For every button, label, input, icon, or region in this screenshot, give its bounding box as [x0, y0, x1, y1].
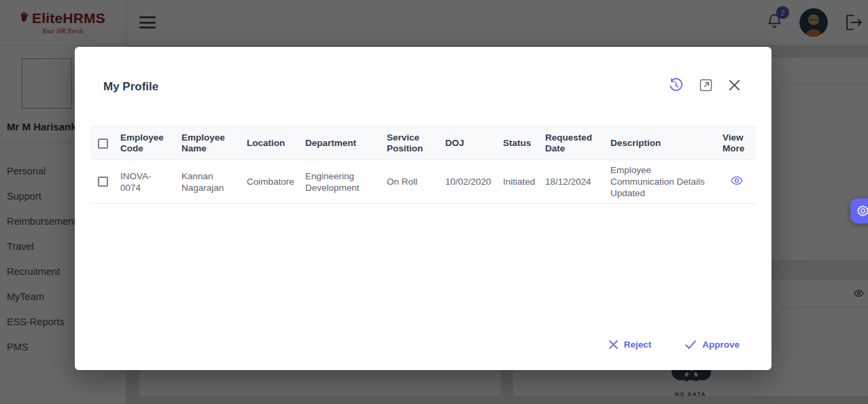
col-status: Status: [498, 127, 540, 160]
cell-description: Employee Communication Details Updated: [605, 160, 717, 204]
hrms-app: EliteHRMS Your HR Needs 2: [0, 0, 868, 404]
eye-icon[interactable]: [731, 176, 743, 185]
col-service-position: Service Position: [381, 127, 440, 160]
close-icon[interactable]: [729, 79, 740, 91]
approve-label: Approve: [702, 339, 740, 350]
reject-x-icon: [609, 340, 618, 349]
expand-icon[interactable]: [699, 79, 712, 92]
col-department: Department: [300, 127, 381, 160]
cell-department: Engineering Development: [300, 160, 381, 204]
reject-label: Reject: [624, 339, 652, 350]
cell-employee-name: Kannan Nagarajan: [176, 160, 241, 204]
history-icon[interactable]: [669, 78, 683, 92]
reject-button[interactable]: Reject: [609, 339, 652, 350]
row-checkbox[interactable]: [98, 177, 108, 187]
select-all-checkbox[interactable]: [98, 139, 108, 149]
col-employee-code: Employee Code: [115, 127, 176, 160]
col-employee-name: Employee Name: [176, 127, 241, 160]
approve-button[interactable]: Approve: [685, 339, 740, 350]
cell-doj: 10/02/2020: [440, 160, 498, 204]
cell-location: Coimbatore: [241, 160, 300, 204]
col-view-more: View More: [717, 127, 756, 160]
gear-icon[interactable]: [850, 198, 868, 223]
modal-title: My Profile: [103, 80, 158, 94]
col-requested-date: Requested Date: [540, 127, 605, 160]
table-row: INOVA-0074 Kannan Nagarajan Coimbatore E…: [90, 160, 756, 204]
cell-status: Initiated: [498, 160, 540, 204]
my-profile-modal: My Profile: [75, 47, 771, 370]
col-doj: DOJ: [440, 127, 498, 160]
approval-table: Employee Code Employee Name Location Dep…: [90, 126, 756, 204]
col-location: Location: [241, 127, 300, 160]
cell-service-position: On Roll: [381, 160, 440, 204]
col-description: Description: [605, 127, 717, 160]
table-header-row: Employee Code Employee Name Location Dep…: [90, 127, 756, 160]
cell-requested-date: 18/12/2024: [540, 160, 605, 204]
cell-employee-code: INOVA-0074: [115, 160, 176, 204]
approve-check-icon: [685, 340, 696, 349]
